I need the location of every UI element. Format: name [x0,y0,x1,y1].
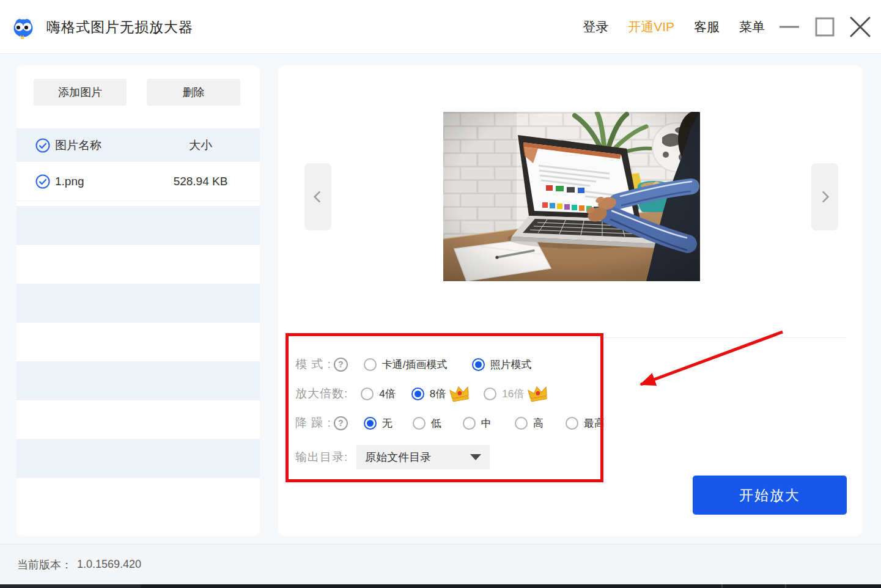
radio-photo-mode[interactable] [472,358,485,371]
maximize-icon[interactable] [814,16,836,38]
version-label: 当前版本： [17,557,72,572]
radio-scale-8x[interactable] [411,388,424,400]
radio-scale-4x[interactable] [361,388,374,400]
nav-vip[interactable]: 开通VIP [628,18,674,35]
column-size: 大小 [152,138,249,153]
scale-setting-row: 放大倍数: 4倍 8倍 16倍 [295,384,548,403]
scale-8x-label[interactable]: 8倍 [430,387,446,401]
list-item [17,439,260,478]
vip-crown-icon [448,384,471,403]
output-directory-value: 原始文件目录 [365,450,431,465]
denoise-high-label[interactable]: 高 [533,416,544,430]
cartoon-mode-label[interactable]: 卡通/插画模式 [382,358,448,372]
radio-denoise-high[interactable] [515,417,528,430]
file-checkbox-icon[interactable] [35,174,50,189]
radio-cartoon-mode[interactable] [364,358,377,371]
chevron-right-icon [817,189,833,205]
photo-mode-label[interactable]: 照片模式 [490,358,532,372]
close-icon[interactable] [849,16,871,38]
radio-denoise-none[interactable] [364,417,377,430]
status-bar: 当前版本： 1.0.1569.420 [0,544,881,584]
app-window: 嗨格式图片无损放大器 登录 开通VIP 客服 菜单 添加图片 删除 [0,0,881,588]
start-enlarge-button[interactable]: 开始放大 [693,476,847,515]
output-directory-select[interactable]: 原始文件目录 [356,445,490,469]
version-value: 1.0.1569.420 [77,558,141,571]
file-name: 1.png [55,175,147,188]
list-item [17,284,260,323]
delete-button[interactable]: 删除 [147,79,240,106]
denoise-low-label[interactable]: 低 [431,416,441,430]
file-row[interactable]: 1.png 528.94 KB [17,162,260,201]
add-image-button[interactable]: 添加图片 [34,79,127,106]
title-bar: 嗨格式图片无损放大器 登录 开通VIP 客服 菜单 [0,0,881,54]
radio-scale-16x[interactable] [484,388,496,400]
nav-menu[interactable]: 菜单 [739,18,765,35]
list-item [17,245,260,284]
nav-login[interactable]: 登录 [583,18,608,35]
list-item [17,206,260,245]
list-item [17,323,260,362]
select-all-checkbox-icon[interactable] [35,138,50,153]
red-arrow-annotation [624,325,795,397]
denoise-medium-label[interactable]: 中 [481,416,492,430]
mode-setting-row: 模 式 : ? 卡通/插画模式 照片模式 [295,355,532,373]
chevron-left-icon [310,189,326,205]
vip-crown-icon [526,384,550,403]
settings-divider [293,337,847,338]
scale-label: 放大倍数: [295,386,348,402]
denoise-help-icon[interactable]: ? [334,416,348,430]
mode-help-icon[interactable]: ? [334,358,348,372]
app-title: 嗨格式图片无损放大器 [46,0,193,54]
file-panel: 添加图片 删除 图片名称 大小 1.png 528.94 KB [17,65,260,536]
list-item [17,478,260,517]
taskbar-edge [0,584,881,588]
radio-denoise-max[interactable] [566,417,578,430]
file-list-header: 图片名称 大小 [17,128,260,162]
radio-denoise-low[interactable] [413,417,426,430]
column-name: 图片名称 [55,138,147,153]
mode-label: 模 式 : [295,356,331,372]
list-item [17,361,260,400]
top-nav: 登录 开通VIP 客服 菜单 [583,0,765,54]
scale-4x-label[interactable]: 4倍 [379,387,395,401]
denoise-max-label[interactable]: 最高 [584,416,605,430]
output-label: 输出目录: [295,449,348,465]
preview-image [443,112,700,281]
preview-panel: 模 式 : ? 卡通/插画模式 照片模式 放大倍数: 4倍 8倍 16倍 [278,65,863,536]
output-setting-row: 输出目录: 原始文件目录 [295,444,490,471]
denoise-none-label[interactable]: 无 [382,416,393,430]
previous-image-button[interactable] [304,163,331,230]
window-controls [778,0,871,54]
owl-logo-icon [11,15,35,39]
list-item [17,400,260,439]
nav-support[interactable]: 客服 [694,18,720,35]
denoise-label: 降 躁 : [295,415,331,431]
minimize-icon[interactable] [778,16,800,38]
file-size: 528.94 KB [152,175,249,188]
radio-denoise-medium[interactable] [463,417,476,430]
empty-file-rows [17,206,260,516]
next-image-button[interactable] [811,163,838,230]
scale-16x-label[interactable]: 16倍 [502,387,524,401]
denoise-setting-row: 降 躁 : ? 无 低 中 高 最高 [295,414,605,432]
dropdown-arrow-icon [470,454,481,460]
